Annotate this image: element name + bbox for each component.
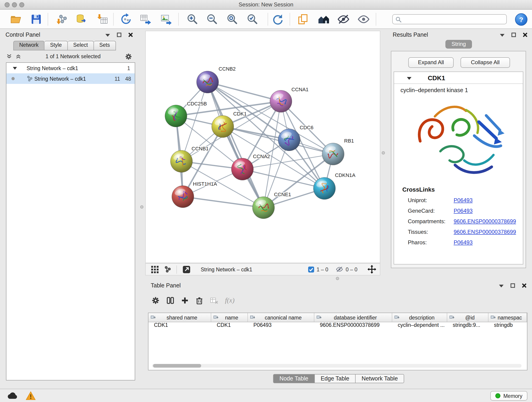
column-header-database-identifier[interactable]: database identifier: [314, 313, 392, 322]
crosslink-row: GeneCard:P06493: [408, 205, 523, 216]
current-network-dot-icon: [12, 77, 15, 80]
cloud-status-icon[interactable]: [6, 391, 18, 400]
sort-icon: [394, 315, 399, 320]
collapse-all-trees-icon[interactable]: [6, 54, 12, 59]
collapse-triangle-icon[interactable]: [407, 77, 412, 80]
tab-node-table[interactable]: Node Table: [273, 374, 315, 383]
left-splitter-handle[interactable]: [140, 205, 143, 209]
show-columns-icon[interactable]: [166, 296, 174, 304]
column-header-shared-name[interactable]: shared name: [148, 313, 211, 322]
help-button[interactable]: ?: [515, 13, 527, 26]
crosslink-value-link[interactable]: P06493: [454, 207, 473, 214]
hidden-eye-slash-icon[interactable]: [336, 266, 343, 273]
clone-network-icon[interactable]: [120, 13, 132, 25]
zoom-in-icon[interactable]: [186, 13, 198, 25]
pan-move-icon[interactable]: [367, 265, 376, 274]
import-table-icon[interactable]: [97, 13, 109, 25]
node-label-ccna1: CCNA1: [291, 87, 309, 92]
protein-description: cyclin–dependent kinase 1: [400, 87, 523, 94]
table-cell[interactable]: cyclin–dependent ...: [392, 322, 447, 331]
table-panel-title: Table Panel: [151, 282, 181, 289]
first-neighbors-icon[interactable]: [317, 13, 329, 25]
results-panel: Results Panel String Expand All Collapse…: [390, 30, 530, 269]
expand-all-button[interactable]: Expand All: [408, 57, 454, 68]
table-cell[interactable]: CDK1: [211, 322, 248, 331]
tab-network[interactable]: Network: [13, 41, 44, 51]
control-panel-tabs: NetworkStyleSelectSets: [13, 41, 136, 51]
zoom-out-icon[interactable]: [206, 13, 218, 25]
collapse-all-button[interactable]: Collapse All: [461, 57, 510, 68]
tab-edge-table[interactable]: Edge Table: [314, 374, 356, 383]
network-edge-count: 48: [120, 76, 131, 81]
panel-float-icon[interactable]: [105, 33, 110, 36]
column-header-description[interactable]: description: [392, 313, 447, 322]
protein-card-header[interactable]: CDK1: [394, 72, 523, 84]
panel-close-icon[interactable]: [128, 32, 133, 37]
table-cell[interactable]: P06493: [248, 322, 314, 331]
protein-card: CDK1 cyclin–dependent kinase 1: [394, 71, 523, 264]
panel-float-icon[interactable]: [500, 33, 505, 36]
crosslink-value-link[interactable]: P06493: [454, 239, 473, 245]
column-header-namespac[interactable]: namespac: [488, 313, 527, 322]
network-row-selected[interactable]: String Network – cdk1 11 48: [6, 73, 135, 84]
panel-maximize-icon[interactable]: [117, 32, 121, 37]
table-horizontal-scrollbar[interactable]: [152, 364, 521, 368]
export-image-icon[interactable]: [160, 13, 172, 25]
table-cell[interactable]: stringdb:9...: [447, 322, 488, 331]
zoom-fit-icon[interactable]: [226, 13, 238, 25]
tree-expander-icon[interactable]: [13, 67, 17, 70]
add-column-icon[interactable]: [181, 296, 189, 304]
crosslink-value-link[interactable]: 9606.ENSP00000378699: [454, 229, 516, 235]
gear-icon[interactable]: [125, 53, 132, 60]
open-session-icon[interactable]: [10, 13, 22, 25]
network-canvas[interactable]: CCNB2CCNA1CDC25BCDK1CDC6RB1CCNB1CCNA2CDK…: [145, 31, 380, 263]
column-header-name[interactable]: name: [211, 313, 248, 322]
network-graph[interactable]: CCNB2CCNA1CDC25BCDK1CDC6RB1CCNB1CCNA2CDK…: [146, 31, 380, 263]
panel-maximize-icon[interactable]: [511, 32, 516, 37]
search-input[interactable]: [404, 17, 504, 22]
crosslink-value-link[interactable]: P06493: [454, 197, 473, 203]
copy-icon[interactable]: [297, 13, 309, 25]
expand-all-trees-icon[interactable]: [16, 54, 21, 59]
tab-network-table[interactable]: Network Table: [355, 374, 404, 383]
panel-close-icon[interactable]: [522, 283, 526, 288]
network-collection-row[interactable]: String Network – cdk1 1: [6, 63, 135, 73]
save-session-icon[interactable]: [30, 13, 42, 25]
tab-select[interactable]: Select: [68, 41, 94, 51]
tab-style[interactable]: Style: [44, 41, 68, 51]
right-splitter-handle[interactable]: [382, 151, 385, 154]
table-cell[interactable]: CDK1: [148, 322, 211, 331]
panel-maximize-icon[interactable]: [510, 283, 515, 288]
open-in-new-window-icon[interactable]: [182, 265, 191, 274]
scrollbar-thumb[interactable]: [153, 364, 201, 368]
zoom-selected-icon[interactable]: [247, 13, 259, 25]
hidden-count: 0 – 0: [346, 267, 357, 272]
tab-sets[interactable]: Sets: [94, 41, 116, 51]
column-header-canonical-name[interactable]: canonical name: [248, 313, 314, 322]
panel-float-icon[interactable]: [499, 284, 504, 287]
column-header--id[interactable]: @id: [447, 313, 488, 322]
birds-eye-view-icon[interactable]: [151, 266, 158, 273]
import-network-database-icon[interactable]: [76, 13, 88, 25]
table-cell[interactable]: 9606.ENSP00000378699: [314, 322, 392, 331]
table-cell[interactable]: stringdb: [488, 322, 527, 331]
panel-close-icon[interactable]: [523, 32, 527, 37]
bottom-splitter-handle[interactable]: [336, 277, 339, 280]
tab-string[interactable]: String: [445, 40, 472, 49]
application-window: Session: New Session ? Con: [0, 0, 532, 402]
search-icon: [395, 16, 401, 22]
network-share-icon[interactable]: [164, 266, 171, 273]
hide-icon[interactable]: [337, 13, 349, 25]
results-panel-title: Results Panel: [393, 32, 428, 38]
selected-checkbox-icon[interactable]: [308, 266, 314, 273]
memory-button[interactable]: Memory: [491, 391, 527, 401]
import-network-file-icon[interactable]: [56, 13, 68, 25]
table-row[interactable]: CDK1CDK1P064939606.ENSP00000378699cyclin…: [148, 322, 527, 331]
crosslink-value-link[interactable]: 9606.ENSP00000378699: [454, 218, 516, 224]
export-table-icon[interactable]: [140, 13, 152, 25]
delete-column-icon[interactable]: [196, 296, 203, 304]
show-icon[interactable]: [357, 13, 369, 25]
warning-icon[interactable]: [26, 391, 36, 400]
table-settings-gear-icon[interactable]: [152, 296, 159, 304]
refresh-icon[interactable]: [272, 13, 284, 25]
